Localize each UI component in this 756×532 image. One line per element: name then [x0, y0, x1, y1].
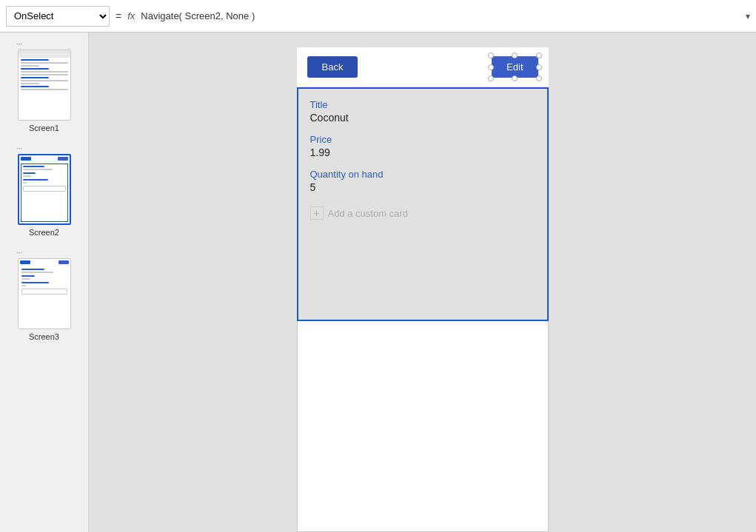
t-line: [21, 59, 49, 61]
formula-dropdown-icon[interactable]: ▾: [746, 11, 750, 21]
formula-select[interactable]: OnSelect: [6, 6, 110, 27]
phone-form: Title Coconut Price 1.99 Quantity on han…: [297, 87, 549, 321]
t-line: [21, 89, 68, 90]
formula-bar: OnSelect = fx ▾: [0, 0, 756, 33]
phone-bottom-space: [297, 321, 549, 532]
add-custom-card-label: Add a custom card: [328, 208, 408, 219]
price-label: Price: [310, 134, 535, 145]
quantity-label: Quantity on hand: [310, 169, 535, 180]
phone-topbar: Back Edit: [297, 47, 549, 87]
edit-button-container: Edit: [492, 56, 538, 78]
formula-equals: =: [116, 10, 121, 22]
price-value: 1.99: [310, 147, 535, 158]
t-line: [21, 77, 49, 78]
screen3-thumbnail: [18, 258, 71, 329]
screen2-label: Screen2: [29, 228, 59, 237]
t-line: [21, 71, 68, 73]
screen3-dots: ···: [16, 249, 22, 257]
form-field-price: Price 1.99: [310, 134, 535, 158]
formula-input[interactable]: [141, 6, 740, 27]
screen3-label: Screen3: [29, 332, 59, 341]
sidebar: ··· Screen1: [0, 33, 89, 532]
formula-fx-icon: fx: [127, 10, 135, 21]
screen2-dots: ···: [16, 144, 22, 152]
screen1-thumbnail: [18, 50, 71, 121]
t-line: [21, 74, 68, 75]
edit-button[interactable]: Edit: [492, 56, 538, 78]
screen1-dots: ···: [16, 40, 22, 48]
t-line: [21, 68, 49, 70]
title-label: Title: [310, 99, 535, 110]
sidebar-item-screen3[interactable]: ··· Screen3: [0, 249, 88, 341]
add-custom-card[interactable]: + Add a custom card: [310, 203, 535, 223]
sidebar-item-screen2[interactable]: ··· Screen2: [0, 144, 88, 237]
main-area: ··· Screen1: [0, 33, 756, 532]
form-field-quantity: Quantity on hand 5: [310, 169, 535, 193]
canvas-area: Back Edit: [89, 33, 756, 532]
title-value: Coconut: [310, 112, 535, 124]
screen1-header: [19, 50, 70, 58]
t-line: [21, 83, 40, 84]
form-field-title: Title Coconut: [310, 99, 535, 124]
screen1-label: Screen1: [29, 124, 59, 132]
back-button[interactable]: Back: [307, 56, 358, 78]
t-line: [21, 65, 40, 67]
quantity-value: 5: [310, 181, 535, 193]
sidebar-item-screen1[interactable]: ··· Screen1: [0, 40, 88, 132]
t-line: [21, 80, 68, 81]
t-line: [21, 62, 68, 64]
t-line: [21, 86, 49, 87]
screen1-content: [19, 58, 70, 120]
screen2-thumbnail: [18, 154, 71, 225]
add-custom-card-icon: +: [310, 206, 324, 220]
